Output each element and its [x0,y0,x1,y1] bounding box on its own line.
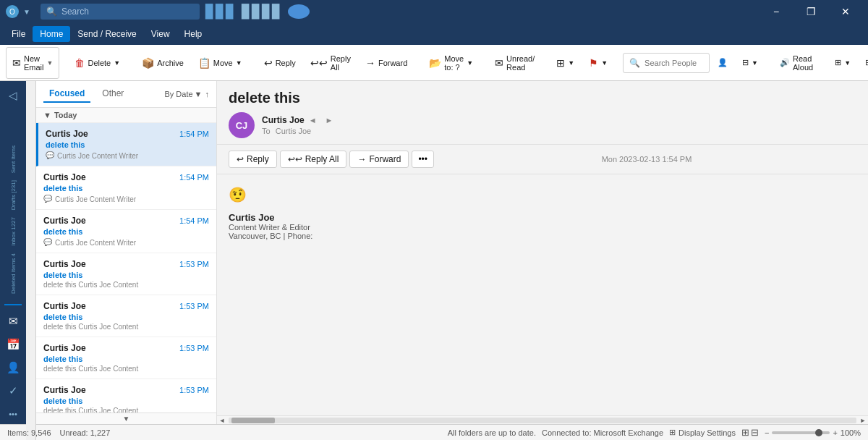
search-people-input[interactable] [644,59,702,67]
reading-reply-all-button[interactable]: ↩↩ Reply All [280,151,347,168]
hscroll-thumb[interactable] [231,418,275,423]
restore-button[interactable]: ❐ [794,0,827,23]
mail-item-6[interactable]: Curtis Joe 1:53 PM delete this delete th… [36,379,216,412]
menu-help[interactable]: Help [177,26,210,42]
scroll-down-icon[interactable]: ▼ [123,415,130,423]
read-aloud-icon: 🔊 [780,58,790,67]
nav-collapse-icon[interactable]: ◁ [3,85,23,106]
menu-view[interactable]: View [144,26,177,42]
archive-button[interactable]: 📦 Archive [135,47,190,79]
mail-time-6: 1:53 PM [179,386,209,394]
reading-pane: delete this CJ Curtis Joe ◄ ► To Curtis … [217,81,868,424]
filter-button[interactable]: ⊟ ▼ [736,47,765,79]
search-people-box[interactable]: 🔍 [623,53,710,73]
mail-item-3[interactable]: Curtis Joe 1:53 PM delete this delete th… [36,253,216,295]
hscroll-left-btn[interactable]: ◄ [217,416,227,425]
flag-dropdown-icon[interactable]: ▼ [601,59,608,67]
flag-button[interactable]: ⚑ ▼ [582,47,614,79]
extra-button[interactable]: ⊞ ▼ [828,47,857,79]
apps-button[interactable]: ⊞ [859,47,868,79]
sort-button[interactable]: By Date ▼ ↑ [164,90,209,98]
delete-button[interactable]: 🗑 Delete ▼ [68,47,127,79]
new-email-icon: ✉ [12,57,21,69]
zoom-slider[interactable] [772,431,830,434]
reading-reply-button[interactable]: ↩ Reply [229,151,277,168]
categories-button[interactable]: ⊞ ▼ [550,47,581,79]
mail-item-1[interactable]: Curtis Joe 1:54 PM delete this 💬 Curtis … [36,166,216,210]
collapse-panel-arrow[interactable]: ◁ [26,81,36,440]
mail-time-1: 1:54 PM [179,173,209,182]
dropdown-icon[interactable]: ▼ [568,59,574,67]
sender-name: Curtis Joe [262,115,305,125]
window-controls: − ❐ ✕ [760,0,862,23]
mail-type-icon-0: 💬 [46,151,54,159]
items-count: Items: 9,546 [7,428,51,437]
reading-more-button[interactable]: ••• [412,151,434,168]
read-aloud-button[interactable]: 🔊 Read Aloud [773,47,820,79]
view-list-icon[interactable]: ⊞ [741,427,749,438]
mail-sender-4: Curtis Joe [43,301,86,311]
mail-item-row-6: Curtis Joe 1:53 PM [43,385,209,395]
filter-dropdown-icon[interactable]: ▼ [752,59,758,67]
date-group-today: ▼ Today [36,108,216,123]
mail-item-row-0: Curtis Joe 1:54 PM [46,129,209,139]
unread-read-button[interactable]: ✉ Unread/ Read [488,47,541,79]
view-grid-icon[interactable]: ⊟ [751,427,759,438]
mail-item-2[interactable]: Curtis Joe 1:54 PM delete this 💬 Curtis … [36,210,216,253]
menu-home[interactable]: Home [33,26,70,42]
collapse-icon[interactable]: ▼ [43,111,51,119]
sort-direction-icon[interactable]: ↑ [205,90,210,98]
mail-item-0[interactable]: Curtis Joe 1:54 PM delete this 💬 Curtis … [36,123,216,166]
reading-reply-all-icon: ↩↩ [288,154,302,164]
mail-preview-5: delete this Curtis Joe Content [43,365,209,373]
move-dropdown-icon[interactable]: ▼ [236,59,242,67]
mail-item-4[interactable]: Curtis Joe 1:53 PM delete this delete th… [36,295,216,337]
reading-forward-button[interactable]: → Forward [349,151,409,168]
sig-title: Content Writer & Editor [229,223,856,232]
close-button[interactable]: ✕ [829,0,862,23]
title-search-input[interactable] [61,7,194,17]
email-date: Mon 2023-02-13 1:54 PM [602,155,692,164]
display-settings-button[interactable]: ⊞ Display Settings [669,428,736,437]
nav-people-icon[interactable]: 👤 [3,358,23,378]
delete-dropdown-icon[interactable]: ▼ [114,59,120,67]
minimize-button[interactable]: − [760,0,793,23]
filter-icon: ⊟ [742,58,749,67]
tab-focused[interactable]: Focused [43,85,90,103]
reading-body: 🤨 Curtis Joe Content Writer & Editor Van… [217,174,868,415]
move-to-button[interactable]: 📂 Move to: ? ▼ [422,47,480,79]
zoom-thumb [815,429,822,436]
reading-actions-bar: ↩ Reply ↩↩ Reply All → Forward ••• Mon 2… [217,145,868,174]
move-button[interactable]: 📋 Move ▼ [192,47,249,79]
display-settings-icon: ⊞ [669,428,676,437]
email-from-block: Curtis Joe ◄ ► To Curtis Joe [262,115,333,135]
mail-time-5: 1:53 PM [179,344,209,352]
contact-card-button[interactable]: 👤 [711,47,734,79]
search-people-icon: 🔍 [629,58,640,68]
title-bar-left: O ▼ 🔍 [6,4,200,20]
zoom-control: − + 100% [765,428,861,437]
nav-tasks-icon[interactable]: ✓ [3,381,23,401]
forward-button[interactable]: → Forward [359,47,414,79]
title-search-box[interactable]: 🔍 [41,4,200,20]
mail-item-5[interactable]: Curtis Joe 1:53 PM delete this delete th… [36,337,216,379]
move-to-dropdown-icon[interactable]: ▼ [467,59,473,67]
hscroll-right-btn[interactable]: ► [858,416,868,425]
extra-dropdown-icon[interactable]: ▼ [844,59,851,67]
reply-all-button[interactable]: ↩↩ Reply All [304,47,357,79]
new-email-button[interactable]: ✉ New Email ▼ [6,47,59,79]
zoom-out-icon[interactable]: − [765,428,769,437]
menu-file[interactable]: File [4,26,33,42]
tab-other[interactable]: Other [96,85,129,103]
zoom-level: 100% [841,428,861,437]
hscroll-track[interactable] [229,418,856,423]
nav-mail-icon[interactable]: ✉ [3,311,23,331]
zoom-in-icon[interactable]: + [833,428,837,437]
nav-calendar-icon[interactable]: 📅 [3,334,23,355]
sync-status: All folders are up to date. [448,428,536,437]
email-signature: Curtis Joe Content Writer & Editor Vanco… [229,212,856,240]
dropdown-arrow-icon[interactable]: ▼ [47,59,54,67]
reply-button[interactable]: ↩ Reply [258,47,302,79]
nav-more-icon[interactable]: ••• [3,404,23,424]
menu-send-receive[interactable]: Send / Receive [70,26,143,42]
